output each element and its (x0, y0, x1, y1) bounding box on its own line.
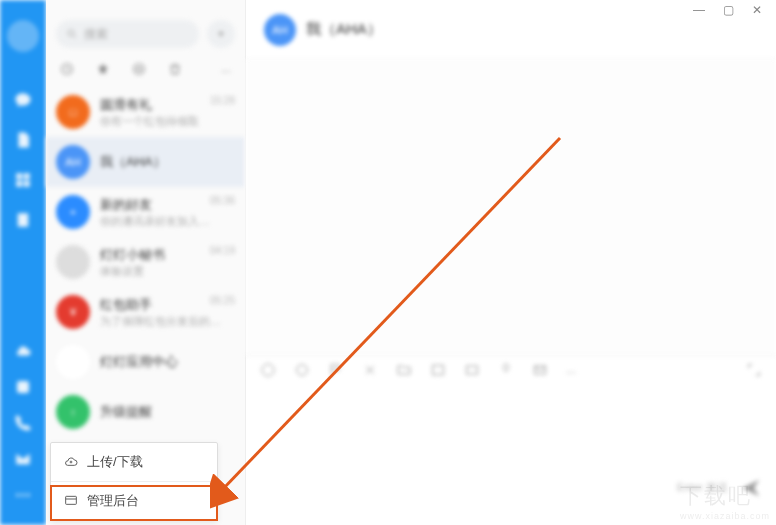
emoji-button[interactable] (260, 362, 276, 381)
expand-icon (746, 362, 762, 378)
doc-icon (14, 131, 32, 149)
envelope-button[interactable] (532, 362, 548, 381)
send-button[interactable] (740, 477, 762, 499)
chat-header: AH 我（AHA） (246, 0, 776, 60)
conversation-avatar: ¥ (56, 295, 90, 329)
conversation-avatar: AH (56, 145, 90, 179)
conversation-avatar (56, 245, 90, 279)
nav-app[interactable] (7, 371, 39, 403)
cloud-icon (14, 342, 32, 360)
nav-work[interactable] (7, 164, 39, 196)
conversation-name: 升级提醒 (100, 403, 235, 421)
svg-rect-14 (66, 496, 77, 504)
conversation-name: 我（AHA） (100, 153, 235, 171)
grid-icon (14, 171, 32, 189)
avatar[interactable] (7, 20, 39, 52)
menu-upload-download-label: 上传/下载 (87, 453, 143, 471)
conversation-time: 04:19 (210, 245, 235, 256)
nav-messages[interactable] (7, 84, 39, 116)
add-button[interactable]: + (207, 20, 235, 48)
svg-point-2 (22, 494, 25, 497)
clock-icon (60, 62, 74, 76)
conversation-sub: 体验设置 (100, 264, 235, 279)
tab-trash[interactable] (168, 62, 182, 79)
conversation-time: 05:36 (210, 195, 235, 206)
svg-line-5 (74, 36, 77, 39)
pin-button[interactable] (498, 362, 514, 381)
svg-point-3 (27, 494, 30, 497)
star-icon (96, 62, 110, 76)
search-input[interactable]: 搜索 (56, 20, 199, 48)
conversation-avatar: ↑ (56, 395, 90, 429)
conversation-item[interactable]: +新的好友你的通讯录好友加入…05:36 (46, 187, 245, 237)
svg-point-10 (297, 365, 308, 376)
chat-messages (246, 60, 776, 355)
tool-3[interactable] (328, 362, 344, 381)
flag-icon (328, 362, 344, 378)
nav-phone[interactable] (7, 407, 39, 439)
more-icon (14, 486, 32, 504)
conversation-item[interactable]: 灯灯小秘书体验设置04:19 (46, 237, 245, 287)
nav-mail[interactable] (7, 443, 39, 475)
conversation-name: 灯灯应用中心 (100, 353, 235, 371)
tab-more[interactable]: ··· (221, 64, 231, 78)
trash-icon (168, 62, 182, 76)
pin-icon (498, 362, 514, 378)
filter-tabs: ··· (46, 56, 245, 87)
chat-avatar[interactable]: AH (264, 14, 296, 46)
envelope-icon (532, 362, 548, 378)
scissors-icon (362, 362, 378, 378)
tab-clock[interactable] (60, 62, 74, 79)
cloud-sync-icon (63, 454, 79, 470)
svg-point-8 (137, 67, 141, 71)
nav-docs[interactable] (7, 124, 39, 156)
svg-point-1 (16, 494, 19, 497)
app-icon (14, 378, 32, 396)
menu-admin-console[interactable]: 管理后台 (51, 482, 217, 520)
conversation-sub: 为了保障红包分发后的… (100, 314, 235, 329)
svg-rect-0 (17, 381, 29, 393)
at-icon (132, 62, 146, 76)
send-icon (740, 477, 762, 499)
folder-icon (396, 362, 412, 378)
contacts-icon (14, 211, 32, 229)
conversation-list: □圆滑有礼你有一个红包待领取15:28AH我（AHA）+新的好友你的通讯录好友加… (46, 87, 245, 437)
folder-button[interactable] (396, 362, 412, 381)
card-icon (464, 362, 480, 378)
tab-star[interactable] (96, 62, 110, 79)
svg-rect-11 (433, 365, 444, 374)
smile-icon (260, 362, 276, 378)
tool-2[interactable] (294, 362, 310, 381)
conversation-item[interactable]: AH我（AHA） (46, 137, 245, 187)
nav-contacts[interactable] (7, 204, 39, 236)
nav-more[interactable] (7, 479, 39, 511)
svg-rect-13 (535, 366, 546, 374)
expand-button[interactable] (746, 362, 762, 381)
screenshot-button[interactable] (362, 362, 378, 381)
conversation-avatar: □ (56, 95, 90, 129)
toolbar-more[interactable]: ··· (566, 365, 576, 379)
tab-at[interactable] (132, 62, 146, 79)
console-icon (63, 493, 79, 509)
card-button[interactable] (464, 362, 480, 381)
conversation-item[interactable]: □圆滑有礼你有一个红包待领取15:28 (46, 87, 245, 137)
nav-sidebar (0, 0, 46, 525)
compose-toolbar: ··· (246, 355, 776, 387)
message-input[interactable]: Enter 发送 (246, 387, 776, 505)
menu-upload-download[interactable]: 上传/下载 (51, 443, 217, 482)
conversation-avatar: ◆ (56, 345, 90, 379)
svg-point-4 (68, 30, 74, 36)
conversation-item[interactable]: ↑升级提醒 (46, 387, 245, 437)
conversation-item[interactable]: ◆灯灯应用中心 (46, 337, 245, 387)
search-placeholder: 搜索 (84, 26, 108, 43)
svg-point-9 (262, 364, 274, 376)
nav-cloud[interactable] (7, 335, 39, 367)
phone-icon (14, 414, 32, 432)
conversation-item[interactable]: ¥红包助手为了保障红包分发后的…05:25 (46, 287, 245, 337)
conversation-time: 05:25 (210, 295, 235, 306)
image-button[interactable] (430, 362, 446, 381)
conversation-sub: 你的通讯录好友加入… (100, 214, 235, 229)
svg-rect-12 (467, 366, 478, 374)
conversation-sub: 你有一个红包待领取 (100, 114, 235, 129)
conversation-time: 15:28 (210, 95, 235, 106)
